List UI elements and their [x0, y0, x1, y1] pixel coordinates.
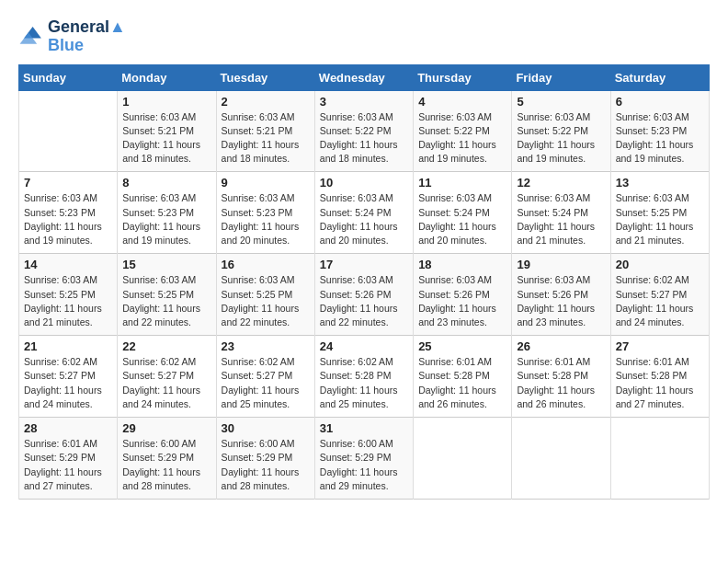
week-row-1: 1Sunrise: 6:03 AM Sunset: 5:21 PM Daylig…	[19, 90, 710, 172]
header-cell-friday: Friday	[512, 64, 610, 90]
day-cell: 14Sunrise: 6:03 AM Sunset: 5:25 PM Dayli…	[19, 254, 118, 336]
header-cell-sunday: Sunday	[19, 64, 118, 90]
day-number: 22	[122, 339, 210, 353]
day-number: 20	[616, 258, 704, 271]
day-info: Sunrise: 6:03 AM Sunset: 5:22 PM Dayligh…	[320, 110, 408, 167]
day-info: Sunrise: 6:03 AM Sunset: 5:23 PM Dayligh…	[616, 110, 704, 167]
day-info: Sunrise: 6:00 AM Sunset: 5:29 PM Dayligh…	[122, 437, 210, 493]
page-header: General▲ Blue	[18, 18, 710, 55]
header-cell-saturday: Saturday	[610, 64, 709, 90]
day-cell: 17Sunrise: 6:03 AM Sunset: 5:26 PM Dayli…	[314, 254, 413, 336]
logo: General▲ Blue	[18, 18, 126, 55]
week-row-4: 21Sunrise: 6:02 AM Sunset: 5:27 PM Dayli…	[19, 336, 710, 418]
day-info: Sunrise: 6:03 AM Sunset: 5:21 PM Dayligh…	[122, 110, 210, 167]
day-number: 21	[24, 339, 112, 353]
day-info: Sunrise: 6:03 AM Sunset: 5:26 PM Dayligh…	[320, 273, 408, 329]
day-cell: 12Sunrise: 6:03 AM Sunset: 5:24 PM Dayli…	[512, 172, 610, 254]
day-info: Sunrise: 6:03 AM Sunset: 5:26 PM Dayligh…	[418, 273, 506, 329]
day-number: 23	[222, 339, 310, 353]
day-number: 30	[222, 421, 310, 435]
day-info: Sunrise: 6:01 AM Sunset: 5:28 PM Dayligh…	[616, 355, 704, 411]
day-cell: 8Sunrise: 6:03 AM Sunset: 5:23 PM Daylig…	[118, 172, 216, 254]
day-cell: 11Sunrise: 6:03 AM Sunset: 5:24 PM Dayli…	[414, 172, 512, 254]
day-number: 4	[418, 95, 506, 109]
day-number: 18	[418, 258, 506, 271]
day-info: Sunrise: 6:03 AM Sunset: 5:22 PM Dayligh…	[517, 110, 605, 167]
day-info: Sunrise: 6:03 AM Sunset: 5:22 PM Dayligh…	[418, 110, 506, 167]
day-number: 6	[616, 95, 704, 109]
day-info: Sunrise: 6:02 AM Sunset: 5:27 PM Dayligh…	[24, 355, 112, 411]
day-info: Sunrise: 6:02 AM Sunset: 5:27 PM Dayligh…	[122, 355, 210, 411]
day-info: Sunrise: 6:03 AM Sunset: 5:25 PM Dayligh…	[616, 191, 704, 247]
day-info: Sunrise: 6:03 AM Sunset: 5:21 PM Dayligh…	[222, 110, 310, 167]
calendar-body: 1Sunrise: 6:03 AM Sunset: 5:21 PM Daylig…	[19, 90, 710, 499]
day-number: 13	[616, 176, 704, 190]
day-cell: 20Sunrise: 6:02 AM Sunset: 5:27 PM Dayli…	[610, 254, 709, 336]
day-info: Sunrise: 6:03 AM Sunset: 5:26 PM Dayligh…	[517, 273, 605, 329]
day-number: 27	[616, 339, 704, 353]
header-cell-wednesday: Wednesday	[314, 64, 413, 90]
day-number: 10	[320, 176, 408, 190]
day-cell: 16Sunrise: 6:03 AM Sunset: 5:25 PM Dayli…	[216, 254, 314, 336]
day-number: 25	[418, 339, 506, 353]
day-cell: 25Sunrise: 6:01 AM Sunset: 5:28 PM Dayli…	[414, 336, 512, 418]
day-number: 3	[320, 95, 408, 109]
day-number: 14	[24, 258, 112, 271]
day-cell: 15Sunrise: 6:03 AM Sunset: 5:25 PM Dayli…	[118, 254, 216, 336]
day-info: Sunrise: 6:00 AM Sunset: 5:29 PM Dayligh…	[222, 437, 310, 493]
day-info: Sunrise: 6:01 AM Sunset: 5:29 PM Dayligh…	[24, 437, 112, 493]
header-row: SundayMondayTuesdayWednesdayThursdayFrid…	[19, 64, 710, 90]
day-cell: 19Sunrise: 6:03 AM Sunset: 5:26 PM Dayli…	[512, 254, 610, 336]
day-number: 16	[222, 258, 310, 271]
day-number: 19	[517, 258, 605, 271]
day-cell	[512, 418, 610, 500]
day-cell: 6Sunrise: 6:03 AM Sunset: 5:23 PM Daylig…	[610, 90, 709, 172]
day-info: Sunrise: 6:02 AM Sunset: 5:27 PM Dayligh…	[616, 273, 704, 329]
day-cell: 2Sunrise: 6:03 AM Sunset: 5:21 PM Daylig…	[216, 90, 314, 172]
day-number: 1	[122, 95, 210, 109]
day-info: Sunrise: 6:03 AM Sunset: 5:24 PM Dayligh…	[517, 191, 605, 247]
day-cell: 29Sunrise: 6:00 AM Sunset: 5:29 PM Dayli…	[118, 418, 216, 500]
day-info: Sunrise: 6:03 AM Sunset: 5:25 PM Dayligh…	[122, 273, 210, 329]
day-number: 5	[517, 95, 605, 109]
day-cell: 21Sunrise: 6:02 AM Sunset: 5:27 PM Dayli…	[19, 336, 118, 418]
day-info: Sunrise: 6:01 AM Sunset: 5:28 PM Dayligh…	[418, 355, 506, 411]
day-number: 8	[122, 176, 210, 190]
day-cell: 23Sunrise: 6:02 AM Sunset: 5:27 PM Dayli…	[216, 336, 314, 418]
day-cell: 10Sunrise: 6:03 AM Sunset: 5:24 PM Dayli…	[314, 172, 413, 254]
day-cell: 1Sunrise: 6:03 AM Sunset: 5:21 PM Daylig…	[118, 90, 216, 172]
logo-text: General▲ Blue	[48, 18, 126, 55]
week-row-2: 7Sunrise: 6:03 AM Sunset: 5:23 PM Daylig…	[19, 172, 710, 254]
day-info: Sunrise: 6:03 AM Sunset: 5:23 PM Dayligh…	[122, 191, 210, 247]
day-number: 26	[517, 339, 605, 353]
day-cell: 9Sunrise: 6:03 AM Sunset: 5:23 PM Daylig…	[216, 172, 314, 254]
day-number: 15	[122, 258, 210, 271]
day-info: Sunrise: 6:03 AM Sunset: 5:25 PM Dayligh…	[24, 273, 112, 329]
day-info: Sunrise: 6:03 AM Sunset: 5:24 PM Dayligh…	[418, 191, 506, 247]
day-info: Sunrise: 6:03 AM Sunset: 5:23 PM Dayligh…	[222, 191, 310, 247]
day-info: Sunrise: 6:03 AM Sunset: 5:25 PM Dayligh…	[222, 273, 310, 329]
day-cell	[19, 90, 118, 172]
day-info: Sunrise: 6:01 AM Sunset: 5:28 PM Dayligh…	[517, 355, 605, 411]
day-cell: 3Sunrise: 6:03 AM Sunset: 5:22 PM Daylig…	[314, 90, 413, 172]
day-info: Sunrise: 6:03 AM Sunset: 5:23 PM Dayligh…	[24, 191, 112, 247]
day-number: 12	[517, 176, 605, 190]
day-cell: 28Sunrise: 6:01 AM Sunset: 5:29 PM Dayli…	[19, 418, 118, 500]
day-cell: 4Sunrise: 6:03 AM Sunset: 5:22 PM Daylig…	[414, 90, 512, 172]
day-info: Sunrise: 6:02 AM Sunset: 5:27 PM Dayligh…	[222, 355, 310, 411]
day-info: Sunrise: 6:02 AM Sunset: 5:28 PM Dayligh…	[320, 355, 408, 411]
day-cell: 24Sunrise: 6:02 AM Sunset: 5:28 PM Dayli…	[314, 336, 413, 418]
logo-icon	[18, 24, 44, 50]
day-cell	[610, 418, 709, 500]
week-row-5: 28Sunrise: 6:01 AM Sunset: 5:29 PM Dayli…	[19, 418, 710, 500]
day-number: 7	[24, 176, 112, 190]
day-number: 17	[320, 258, 408, 271]
day-cell: 5Sunrise: 6:03 AM Sunset: 5:22 PM Daylig…	[512, 90, 610, 172]
day-number: 31	[320, 421, 408, 435]
header-cell-thursday: Thursday	[414, 64, 512, 90]
day-number: 11	[418, 176, 506, 190]
day-cell: 26Sunrise: 6:01 AM Sunset: 5:28 PM Dayli…	[512, 336, 610, 418]
day-info: Sunrise: 6:00 AM Sunset: 5:29 PM Dayligh…	[320, 437, 408, 493]
calendar-table: SundayMondayTuesdayWednesdayThursdayFrid…	[18, 64, 710, 500]
week-row-3: 14Sunrise: 6:03 AM Sunset: 5:25 PM Dayli…	[19, 254, 710, 336]
